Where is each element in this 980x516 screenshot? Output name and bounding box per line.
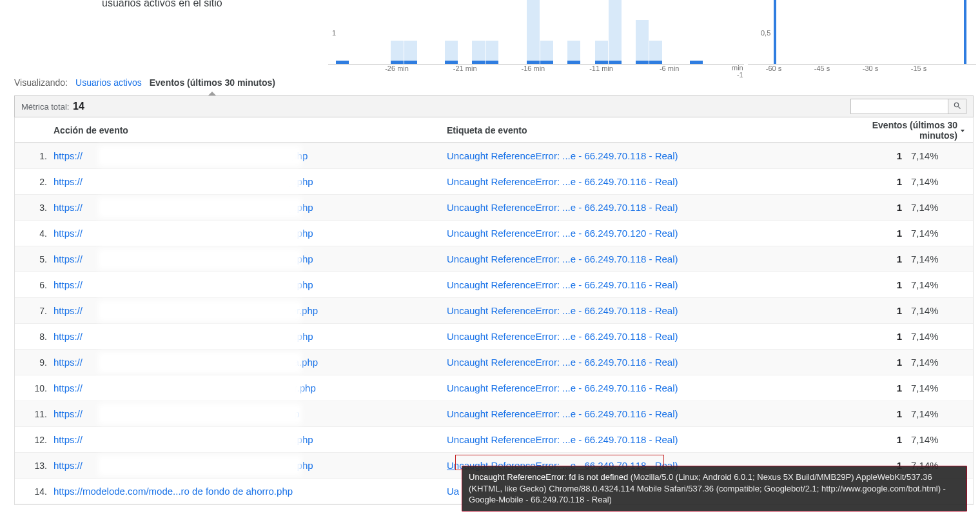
row-index: 13. [15,461,54,471]
row-index: 14. [15,486,54,497]
chart-xtick: min -1 [732,64,743,79]
chart-minute-bar [472,41,485,64]
search-input[interactable] [851,99,948,114]
event-label-link[interactable]: Uncaught ReferenceError: ...e - 66.249.7… [447,279,870,290]
table-row: 14.https://modelode.com/mode...ro de fon… [15,479,973,504]
row-index: 10. [15,383,54,393]
event-count: 1 [870,228,911,239]
event-percent: 7,14% [911,253,973,264]
chart-xtick: -21 min [453,64,477,72]
event-count: 1 [870,460,911,471]
event-label-link[interactable]: Uncaught ReferenceError: ...e - 66.249.7… [447,202,870,213]
event-percent: 7,14% [911,382,973,393]
chart-minute-bar [485,41,498,64]
event-label-link[interactable]: Ua [447,486,870,497]
metric-total: Métrica total: 14 [21,101,84,112]
event-label-link[interactable]: Uncaught ReferenceError: ...e - 66.249.7… [447,228,870,239]
metric-bar: Métrica total: 14 [14,95,974,117]
chart-minute-bar [567,41,580,64]
event-percent: 7,14% [911,460,973,471]
event-percent: 7,14% [911,228,973,239]
event-percent: 7,14% [911,279,973,290]
viewing-label: Visualizando: [14,77,68,88]
event-count: 1 [870,382,911,393]
chart-minute-bar [527,0,540,64]
event-label-link[interactable]: Uncaught ReferenceError: ...e - 66.249.7… [447,434,870,445]
table-search[interactable] [850,99,966,114]
row-index: 8. [15,332,54,342]
viewing-tabs: Visualizando: Usuarios activos Eventos (… [14,77,275,88]
charts-row: 1 -26 min-21 min-16 min-11 min-6 minmin … [328,0,976,64]
event-count: 1 [870,176,911,187]
search-icon [953,101,962,112]
event-percent: 7,14% [911,176,973,187]
chart-second-ytick: 0,5 [761,29,770,37]
event-label-link[interactable]: Uncaught ReferenceError: ...e - 66.249.7… [447,357,870,368]
event-label-link[interactable]: Uncaught ReferenceError: ...e - 66.249.7… [447,460,870,471]
row-index: 11. [15,409,54,419]
row-index: 3. [15,203,54,213]
row-index: 4. [15,228,54,239]
event-label-link[interactable]: Uncaught ReferenceError: ...e - 66.249.7… [447,382,870,393]
event-label-link[interactable]: Uncaught ReferenceError: ...e - 66.249.7… [447,150,870,161]
chart-minute-bar [445,41,458,64]
chart-minute: 1 -26 min-21 min-16 min-11 min-6 minmin … [328,0,744,64]
row-index: 7. [15,306,54,316]
row-index: 9. [15,357,54,368]
event-percent: 7,14% [911,331,973,342]
chart-xtick: -30 s [863,64,878,72]
event-percent: 7,14% [911,150,973,161]
table-header: Acción de evento Etiqueta de evento Even… [15,117,973,143]
col-header-count[interactable]: Eventos (últimos 30 minutos) [870,120,973,141]
chart-xtick: -15 s [911,64,926,72]
chart-minute-bar [609,0,622,64]
chart-minute-bar [636,20,649,64]
row-index: 6. [15,280,54,290]
event-percent: 7,14% [911,434,973,445]
chart-second-bar [774,0,776,64]
tab-active-users[interactable]: Usuarios activos [75,77,142,88]
search-button[interactable] [948,99,966,114]
event-percent: 7,14% [911,305,973,316]
event-count: 1 [870,408,911,419]
event-count: 1 [870,202,911,213]
chart-minute-bar [649,41,662,64]
row-index: 1. [15,151,54,161]
row-index: 12. [15,435,54,445]
col-header-action[interactable]: Acción de evento [54,125,447,135]
chart-xtick: -60 s [766,64,781,72]
chart-minute-bar [540,41,553,64]
event-label-link[interactable]: Uncaught ReferenceError: ...e - 66.249.7… [447,408,870,419]
event-percent: 7,14% [911,408,973,419]
row-index: 2. [15,177,54,187]
event-count: 1 [870,279,911,290]
event-count: 1 [870,150,911,161]
page-subtitle: usuarios activos en el sitio [102,0,222,9]
col-header-label[interactable]: Etiqueta de evento [447,125,870,135]
event-label-link[interactable]: Uncaught ReferenceError: ...e - 66.249.7… [447,253,870,264]
chart-xtick: -11 min [589,64,613,72]
event-count: 1 [870,305,911,316]
event-count: 1 [870,434,911,445]
chart-minute-bar [404,41,417,64]
chart-minute-bar [595,41,608,64]
chart-second-bar [964,0,966,64]
event-count: 1 [870,357,911,368]
chart-xtick: -26 min [385,64,409,72]
chart-xtick: -6 min [660,64,680,72]
chart-xtick: -16 min [522,64,545,72]
tab-events[interactable]: Eventos (últimos 30 minutos) [150,77,275,88]
event-label-link[interactable]: Uncaught ReferenceError: ...e - 66.249.7… [447,331,870,342]
event-action-link[interactable]: https://modelode.com/mode...ro de fondo … [54,486,447,497]
chart-second: 0,5 -60 s-45 s-30 s-15 s [748,0,976,64]
sort-desc-icon [959,125,966,135]
event-percent: 7,14% [911,202,973,213]
event-count: 1 [870,253,911,264]
event-count: 1 [870,331,911,342]
chart-xtick: -45 s [814,64,830,72]
chart-minute-bar [391,41,404,64]
event-percent: 7,14% [911,357,973,368]
event-label-link[interactable]: Uncaught ReferenceError: ...e - 66.249.7… [447,176,870,187]
event-label-link[interactable]: Uncaught ReferenceError: ...e - 66.249.7… [447,305,870,316]
row-index: 5. [15,254,54,264]
